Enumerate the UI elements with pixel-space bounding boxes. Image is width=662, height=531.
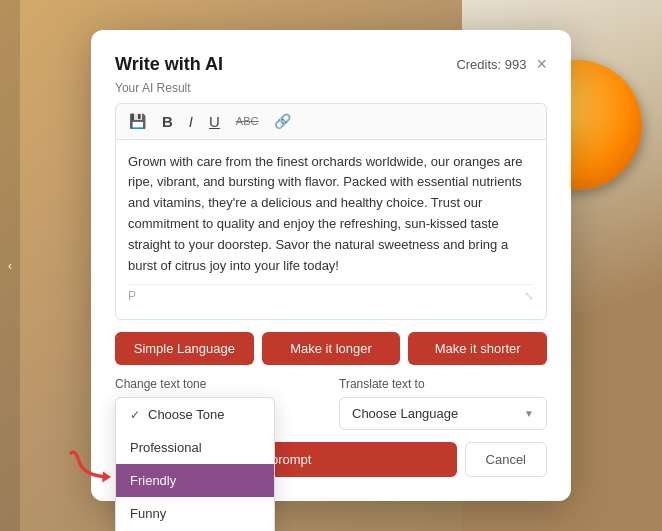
language-dropdown-arrow: ▼	[524, 408, 534, 419]
tone-professional-label: Professional	[130, 440, 202, 455]
credits-close-area: Credits: 993 ×	[456, 55, 547, 73]
tone-option-choose[interactable]: Choose Tone	[116, 398, 274, 431]
write-with-ai-modal: Write with AI Credits: 993 × Your AI Res…	[91, 30, 571, 502]
red-arrow-indicator	[65, 445, 125, 485]
ai-result-area: Grown with care from the finest orchards…	[115, 139, 547, 321]
tone-dropdown-menu: Choose Tone Professional Friendly Funny …	[115, 397, 275, 531]
language-dropdown-container: Choose Language ▼	[339, 397, 547, 430]
modal-header: Write with AI Credits: 993 ×	[115, 54, 547, 75]
underline-toolbar-btn[interactable]: U	[204, 110, 225, 133]
close-button[interactable]: ×	[536, 55, 547, 73]
simple-language-button[interactable]: Simple Language	[115, 332, 254, 365]
bold-toolbar-btn[interactable]: B	[157, 110, 178, 133]
tone-option-professional[interactable]: Professional	[116, 431, 274, 464]
bold-icon: B	[162, 113, 173, 130]
tone-friendly-label: Friendly	[130, 473, 176, 488]
tone-funny-label: Funny	[130, 506, 166, 521]
strikethrough-icon: ABC	[236, 115, 259, 127]
svg-marker-0	[102, 472, 111, 483]
save-icon: 💾	[129, 113, 146, 129]
cancel-button[interactable]: Cancel	[465, 442, 547, 477]
nav-left-arrow[interactable]: ‹	[0, 0, 20, 531]
action-buttons-row: Simple Language Make it longer Make it s…	[115, 332, 547, 365]
modal-title: Write with AI	[115, 54, 223, 75]
tone-choose-label: Choose Tone	[148, 407, 224, 422]
tone-section: Change text tone Choose Tone Professiona…	[115, 377, 323, 397]
underline-icon: U	[209, 113, 220, 130]
paragraph-indicator: P	[128, 289, 136, 303]
tone-option-friendly[interactable]: Friendly	[116, 464, 274, 497]
language-dropdown[interactable]: Choose Language ▼	[339, 397, 547, 430]
tone-label: Change text tone	[115, 377, 323, 391]
make-longer-button[interactable]: Make it longer	[262, 332, 401, 365]
language-placeholder: Choose Language	[352, 406, 458, 421]
credits-text: Credits: 993	[456, 57, 526, 72]
italic-icon: I	[189, 113, 193, 130]
translate-section: Translate text to Choose Language ▼	[339, 377, 547, 430]
ai-result-text: Grown with care from the finest orchards…	[128, 152, 534, 277]
result-label: Your AI Result	[115, 81, 547, 95]
chevron-left-icon: ‹	[8, 259, 12, 273]
italic-toolbar-btn[interactable]: I	[184, 110, 198, 133]
tone-option-funny[interactable]: Funny	[116, 497, 274, 530]
strikethrough-toolbar-btn[interactable]: ABC	[231, 112, 264, 130]
resize-icon: ⤡	[524, 289, 534, 303]
link-toolbar-btn[interactable]: 🔗	[269, 110, 296, 132]
tone-translate-row: Change text tone Choose Tone Professiona…	[115, 377, 547, 430]
translate-label: Translate text to	[339, 377, 547, 391]
text-toolbar: 💾 B I U ABC 🔗	[115, 103, 547, 139]
make-shorter-button[interactable]: Make it shorter	[408, 332, 547, 365]
textarea-footer: P ⤡	[128, 284, 534, 307]
link-icon: 🔗	[274, 113, 291, 129]
save-toolbar-btn[interactable]: 💾	[124, 110, 151, 132]
